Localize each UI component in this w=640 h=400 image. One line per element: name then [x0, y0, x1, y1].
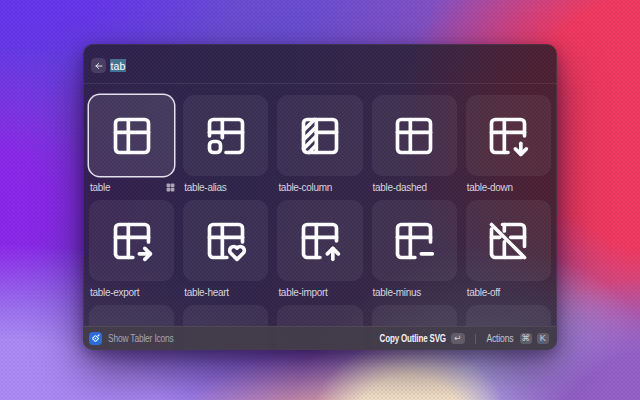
table-export-icon [110, 219, 154, 263]
icon-label-row: table-column [277, 182, 362, 193]
icon-card[interactable] [466, 95, 551, 176]
icon-label: table-export [90, 287, 139, 298]
table-heart-icon [204, 219, 248, 263]
icon-label: table-minus [373, 287, 421, 298]
tabler-logo-icon [89, 332, 102, 345]
raycast-window: tab tabletable-aliastable-columntable-da… [83, 44, 557, 350]
table-down-icon [486, 114, 530, 158]
icon-label: table-import [278, 287, 327, 298]
icon-label: table-heart [184, 287, 229, 298]
grid-item-table-heart[interactable]: table-heart [183, 200, 268, 305]
actions-menu-label[interactable]: Actions [486, 333, 513, 344]
icon-label: table [90, 182, 110, 193]
grid-item-table-dashed[interactable]: table-dashed [372, 95, 457, 200]
footer-bar: Show Tabler Icons Copy Outline SVG ↵ Act… [83, 326, 557, 350]
icon-card[interactable] [372, 200, 457, 281]
icon-card[interactable] [372, 95, 457, 176]
icon-card[interactable] [89, 200, 174, 281]
icon-label: table-alias [184, 182, 226, 193]
icon-label-row: table-off [466, 287, 551, 298]
icon-card[interactable] [277, 95, 362, 176]
search-input-selected-text: tab [110, 59, 126, 72]
k-keycap: K [537, 333, 550, 345]
footer-separator [475, 334, 476, 344]
icon-label-row: table-alias [183, 182, 268, 193]
search-header: tab [83, 44, 557, 84]
table-import-icon [298, 219, 342, 263]
table-alias-icon [204, 114, 248, 158]
enter-keycap: ↵ [451, 333, 465, 345]
icon-grid: tabletable-aliastable-columntable-dashed… [83, 85, 557, 350]
icon-label: table-dashed [373, 182, 427, 193]
grid-item-table-minus[interactable]: table-minus [372, 200, 457, 305]
table-off-icon [486, 219, 530, 263]
footer-actions: Copy Outline SVG ↵ Actions ⌘ K [363, 333, 549, 345]
grid-item-table-column[interactable]: table-column [277, 95, 362, 200]
icon-label-row: table-export [89, 287, 174, 298]
extension-name: Show Tabler Icons [108, 333, 174, 344]
search-input[interactable]: tab [110, 53, 126, 78]
table-dashed-icon [392, 114, 436, 158]
grid-item-table-export[interactable]: table-export [89, 200, 174, 305]
icon-label: table-down [467, 182, 513, 193]
grid-item-table-down[interactable]: table-down [466, 95, 551, 200]
icon-label: table-off [467, 287, 500, 298]
icon-label-row: table-heart [183, 287, 268, 298]
icon-label-row: table-minus [372, 287, 457, 298]
table-icon [110, 114, 154, 158]
icon-label-row: table-import [277, 287, 362, 298]
arrow-left-icon [94, 61, 104, 71]
icon-label-row: table-dashed [372, 182, 457, 193]
primary-action-label[interactable]: Copy Outline SVG [379, 333, 445, 344]
table-minus-icon [392, 219, 436, 263]
icon-card[interactable] [183, 95, 268, 176]
grid-view-icon [166, 183, 175, 192]
icon-card[interactable] [183, 200, 268, 281]
icon-card[interactable] [89, 95, 174, 176]
back-button[interactable] [91, 58, 106, 73]
icon-label-row: table-down [466, 182, 551, 193]
table-column-icon [298, 114, 342, 158]
icon-label-row: table [89, 182, 174, 193]
grid-item-table-off[interactable]: table-off [466, 200, 551, 305]
icon-card[interactable] [277, 200, 362, 281]
icon-card[interactable] [466, 200, 551, 281]
icon-label: table-column [278, 182, 332, 193]
grid-item-table[interactable]: table [89, 95, 174, 200]
grid-item-table-alias[interactable]: table-alias [183, 95, 268, 200]
cmd-keycap: ⌘ [520, 333, 533, 345]
grid-item-table-import[interactable]: table-import [277, 200, 362, 305]
